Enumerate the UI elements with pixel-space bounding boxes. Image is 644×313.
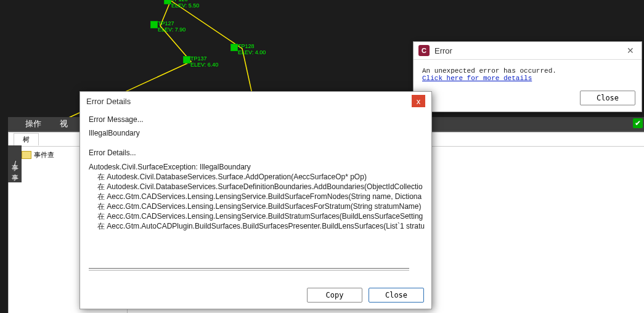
scrollbar-track[interactable] [89,268,409,270]
error-message-header: Error Message... [89,115,423,124]
stack-line: 在 Aecc.Gtm.AutoCADPlugin.BuildSurfaces.B… [89,221,423,231]
error-dialog: C Error ✕ An unexpected error has occurr… [413,41,642,112]
error-dialog-title: Error [434,46,624,55]
point-label: TP127ELEV: 7.90 [158,20,185,33]
stack-line: 在 Autodesk.Civil.DatabaseServices.Surfac… [89,182,423,192]
status-ok-icon: ✔ [633,118,643,128]
error-message-body: IllegalBoundary [89,129,423,137]
exception-line: Autodesk.Civil.SurfaceException: Illegal… [89,162,423,172]
tree-item-label: 事件查 [34,150,54,160]
stack-line: 在 Aecc.Gtm.CADServices.Lensing.LensingSe… [89,192,423,201]
folder-icon [22,151,31,159]
error-details-title: Error Details [86,97,412,106]
ribbon-tab-view[interactable]: 视 [60,118,68,129]
stack-line: 在 Aecc.Gtm.CADServices.Lensing.LensingSe… [89,201,423,211]
error-details-dialog: Error Details x Error Message... Illegal… [79,91,432,309]
point-label: TP128ELEV: 4.00 [238,43,266,55]
error-details-header: Error Details... [89,148,423,157]
survey-point[interactable] [164,0,171,4]
close-button[interactable]: Close [369,288,424,303]
survey-point[interactable] [230,44,238,51]
stack-line: 在 Aecc.Gtm.CADServices.Lensing.LensingSe… [89,211,423,221]
point-label: TP137ELEV: 6.40 [190,55,218,68]
panel-tab-tree[interactable]: 树 [14,133,39,145]
survey-point[interactable] [150,21,158,28]
side-tab[interactable]: 事/事 [8,145,22,182]
copy-button[interactable]: Copy [307,288,362,303]
close-button[interactable]: Close [580,91,635,105]
point-label: TP126ELEV: 5.50 [171,0,199,9]
ribbon-tab-ops[interactable]: 操作 [25,118,41,129]
error-dialog-titlebar[interactable]: C Error ✕ [414,42,642,60]
more-details-link[interactable]: Click here for more details [422,75,532,82]
stack-line: 在 Autodesk.Civil.DatabaseServices.Surfac… [89,172,423,182]
error-message: An unexpected error has occurred. [422,67,633,75]
close-icon[interactable]: x [412,95,425,107]
close-icon[interactable]: ✕ [624,46,637,55]
app-icon: C [418,45,430,56]
error-details-titlebar[interactable]: Error Details x [80,92,431,110]
survey-point[interactable] [183,56,190,63]
